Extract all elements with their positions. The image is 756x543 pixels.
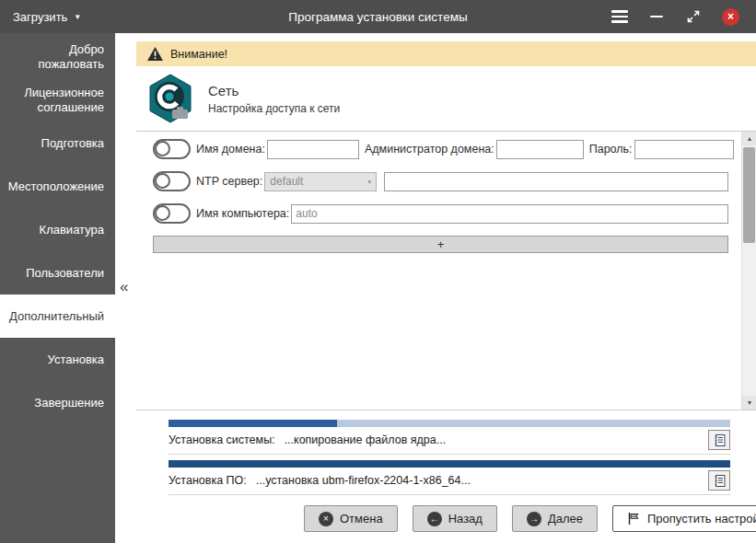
sidebar-item-label: Завершение	[34, 396, 104, 410]
toggle-knob	[155, 141, 170, 156]
hostname-label: Имя компьютера:	[196, 207, 289, 220]
sidebar-item-keyboard[interactable]: Клавиатура	[0, 208, 115, 251]
toggle-knob	[155, 173, 170, 189]
next-label: Далее	[548, 512, 583, 526]
next-icon: →	[527, 512, 541, 526]
domain-password-input[interactable]	[634, 140, 734, 159]
form-scroll-region: Имя домена: Администратор домена: Пароль…	[136, 132, 741, 410]
software-progress-label: Установка ПО:	[169, 474, 247, 487]
system-progressbar	[169, 420, 730, 427]
warning-icon	[147, 47, 163, 61]
domain-name-input[interactable]	[267, 140, 359, 159]
section-title: Сеть	[208, 83, 340, 98]
sidebar-item-label: Добро пожаловать	[11, 42, 104, 71]
next-button[interactable]: → Далее	[512, 505, 598, 532]
domain-toggle[interactable]	[153, 139, 191, 159]
progress-section: Установка системы: ...копирование файлов…	[136, 410, 756, 495]
chevron-down-icon: ▾	[367, 178, 371, 186]
hostname-input[interactable]	[291, 204, 728, 224]
skip-button[interactable]: Пропустить настройку	[612, 505, 756, 532]
triangle-down-icon: ▼	[747, 399, 753, 406]
cancel-label: Отмена	[340, 512, 383, 526]
network-form: Имя домена: Администратор домена: Пароль…	[136, 132, 756, 410]
cancel-icon: ×	[319, 512, 333, 526]
cancel-button[interactable]: × Отмена	[304, 505, 398, 532]
back-icon: ←	[427, 512, 442, 526]
window-controls: ×	[611, 8, 756, 26]
titlebar: Загрузить ▼ Программа установки системы …	[0, 0, 756, 33]
warning-text: Внимание!	[170, 48, 227, 61]
sidebar-item-label: Клавиатура	[40, 223, 104, 237]
system-progress-label: Установка системы:	[169, 433, 275, 446]
scroll-up-button[interactable]: ▲	[742, 132, 756, 145]
scrollbar[interactable]: ▲ ▼	[741, 132, 756, 410]
scroll-down-button[interactable]: ▼	[742, 396, 756, 410]
hostname-toggle[interactable]	[153, 203, 191, 224]
back-label: Назад	[448, 512, 483, 526]
domain-admin-input[interactable]	[496, 140, 584, 159]
ntp-toggle[interactable]	[153, 171, 191, 191]
system-progress-status: ...копирование файлов ядра...	[285, 433, 447, 446]
scroll-thumb[interactable]	[743, 147, 755, 243]
close-button[interactable]: ×	[722, 8, 739, 26]
sidebar-item-label: Подготовка	[41, 136, 104, 151]
add-entry-button[interactable]: +	[153, 236, 728, 253]
chevron-down-icon: ▼	[74, 12, 81, 21]
ntp-preset-select[interactable]: default ▾	[264, 172, 377, 191]
sidebar-item-location[interactable]: Местоположение	[0, 165, 115, 208]
section-header: Сеть Настройка доступа к сети	[136, 66, 756, 132]
installer-window: Загрузить ▼ Программа установки системы …	[0, 0, 756, 543]
sidebar-item-welcome[interactable]: Добро пожаловать	[0, 35, 115, 78]
ntp-label: NTP сервер:	[196, 175, 262, 188]
software-progress-row: Установка ПО: ...установка ubm-firefox-2…	[169, 468, 730, 495]
software-progressbar-fill	[169, 460, 730, 468]
system-progress-row: Установка системы: ...копирование файлов…	[169, 427, 730, 455]
minimize-button[interactable]	[648, 16, 665, 18]
resize-button[interactable]	[685, 10, 702, 23]
section-titles: Сеть Настройка доступа к сети	[208, 83, 340, 115]
network-logo-icon	[145, 74, 195, 123]
software-progress-status: ...установка ubm-firefox-2204-1-x86_64..…	[256, 474, 471, 487]
section-subtitle: Настройка доступа к сети	[208, 102, 340, 115]
resize-icon	[687, 10, 700, 23]
log-icon	[713, 433, 727, 447]
system-log-button[interactable]	[708, 430, 730, 450]
log-icon	[713, 474, 727, 488]
ntp-row: NTP сервер: default ▾	[153, 171, 728, 191]
collapse-sidebar-button[interactable]: «	[120, 278, 128, 296]
load-button[interactable]: Загрузить ▼	[0, 0, 94, 33]
main-content: Внимание! Сеть Настройка доступа к сети …	[136, 33, 756, 543]
ntp-server-input[interactable]	[384, 172, 728, 191]
hostname-row: Имя компьютера:	[153, 203, 728, 224]
ntp-preset-value: default	[270, 175, 303, 188]
minimize-icon	[650, 16, 663, 18]
sidebar-item-installation[interactable]: Установка	[0, 338, 115, 381]
sidebar-item-finish[interactable]: Завершение	[0, 381, 115, 424]
load-button-label: Загрузить	[13, 10, 67, 24]
menu-icon[interactable]	[611, 10, 628, 23]
domain-name-label: Имя домена:	[196, 143, 265, 156]
domain-row: Имя домена: Администратор домена: Пароль…	[153, 139, 728, 159]
software-log-button[interactable]	[708, 470, 730, 491]
triangle-up-icon: ▲	[747, 135, 753, 142]
domain-admin-label: Администратор домена:	[365, 143, 494, 156]
flag-icon	[627, 512, 641, 526]
software-progressbar	[169, 460, 730, 468]
sidebar-item-label: Пользователи	[26, 266, 104, 281]
sidebar-item-license[interactable]: Лицензионное соглашение	[0, 78, 115, 121]
sidebar-item-additional[interactable]: Дополнительный	[0, 295, 115, 338]
sidebar-item-label: Дополнительный	[9, 309, 104, 324]
sidebar-item-label: Местоположение	[8, 179, 104, 194]
action-bar: × Отмена ← Назад → Далее	[136, 505, 756, 532]
back-button[interactable]: ← Назад	[413, 505, 497, 532]
sidebar-item-preparation[interactable]: Подготовка	[0, 121, 115, 165]
close-icon: ×	[727, 10, 734, 23]
warning-banner: Внимание!	[136, 41, 756, 66]
hamburger-icon	[611, 10, 628, 23]
sidebar-item-users[interactable]: Пользователи	[0, 251, 115, 295]
skip-label: Пропустить настройку	[647, 512, 756, 526]
sidebar-collapse-strip: «	[115, 33, 136, 543]
toggle-knob	[155, 205, 170, 221]
sidebar-item-label: Лицензионное соглашение	[11, 86, 104, 114]
sidebar-item-label: Установка	[48, 352, 104, 367]
